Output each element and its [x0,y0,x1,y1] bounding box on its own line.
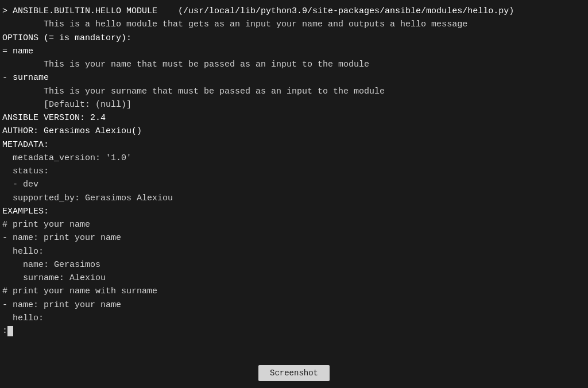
terminal-line-example1-hello: hello: [0,245,588,258]
terminal: > ANSIBLE.BUILTIN.HELLO MODULE (/usr/loc… [0,0,588,388]
terminal-line-example2-name: - name: print your name [0,298,588,312]
terminal-line-example2-comment: # print your name with surname [0,285,588,298]
terminal-line-metadata1: metadata_version: '1.0' [0,152,588,165]
terminal-line-example1-surname: surname: Alexiou [0,271,588,285]
screenshot-button[interactable]: Screenshot [258,365,330,381]
terminal-line-version: ANSIBLE VERSION: 2.4 [0,111,588,125]
cursor-line: : [0,325,588,338]
terminal-line-example1-name: - name: print your name [0,231,588,245]
cursor-block [7,326,13,336]
terminal-line-metadata3: - dev [0,178,588,191]
terminal-line-example1-name-val: name: Gerasimos [0,258,588,271]
terminal-line-name-desc: This is your name that must be passed as… [0,58,588,71]
terminal-line-author: AUTHOR: Gerasimos Alexiou() [0,125,588,138]
terminal-line-module-header: > ANSIBLE.BUILTIN.HELLO MODULE (/usr/loc… [0,5,588,18]
terminal-line-metadata2: status: [0,165,588,178]
terminal-line-metadata-header: METADATA: [0,138,588,152]
terminal-line-options-header: OPTIONS (= is mandatory): [0,32,588,45]
terminal-line-surname-option: - surname [0,71,588,84]
cursor-prefix: : [2,325,7,338]
terminal-line-description: This is a hello module that gets as an i… [0,18,588,31]
terminal-line-example2-hello: hello: [0,312,588,325]
terminal-line-examples-header: EXAMPLES: [0,205,588,218]
terminal-line-metadata4: supported_by: Gerasimos Alexiou [0,192,588,205]
terminal-line-example1-comment: # print your name [0,218,588,231]
terminal-line-surname-desc1: This is your surname that must be passed… [0,85,588,98]
terminal-line-name-option: = name [0,45,588,58]
terminal-line-surname-desc2: [Default: (null)] [0,98,588,111]
